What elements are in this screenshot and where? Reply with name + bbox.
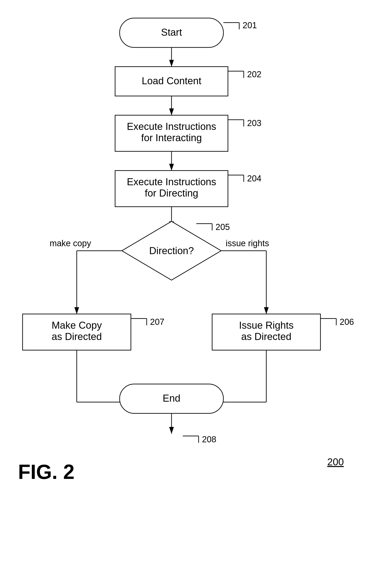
ref-201: 201 [243, 20, 257, 30]
make-copy-label-line1: Make Copy [52, 320, 102, 331]
ref-204: 204 [247, 174, 261, 183]
issue-rights-label-line2: as Directed [241, 331, 292, 342]
execute-directing-label-line1: Execute Instructions [127, 176, 216, 187]
direction-label: Direction? [149, 245, 194, 256]
ref-202: 202 [247, 70, 261, 79]
flowchart-diagram: Start 201 Load Content 202 Execute Instr… [0, 0, 392, 574]
fig-label: FIG. 2 [18, 461, 75, 483]
ref-208: 208 [202, 435, 216, 444]
ref-205: 205 [216, 222, 230, 232]
end-label: End [163, 393, 180, 404]
execute-interacting-label-line2: for Interacting [141, 132, 202, 143]
figure-number: 200 [327, 456, 344, 467]
execute-directing-label-line2: for Directing [145, 187, 198, 199]
issue-rights-branch-label: issue rights [226, 239, 269, 248]
start-label: Start [161, 27, 182, 38]
make-copy-label-line2: as Directed [52, 331, 102, 342]
ref-207: 207 [150, 317, 164, 327]
execute-interacting-label-line1: Execute Instructions [127, 121, 216, 132]
make-copy-branch-label: make copy [50, 239, 91, 248]
ref-203: 203 [247, 118, 261, 128]
ref-206: 206 [340, 317, 354, 327]
issue-rights-label-line1: Issue Rights [239, 320, 294, 331]
load-content-label: Load Content [142, 75, 201, 86]
